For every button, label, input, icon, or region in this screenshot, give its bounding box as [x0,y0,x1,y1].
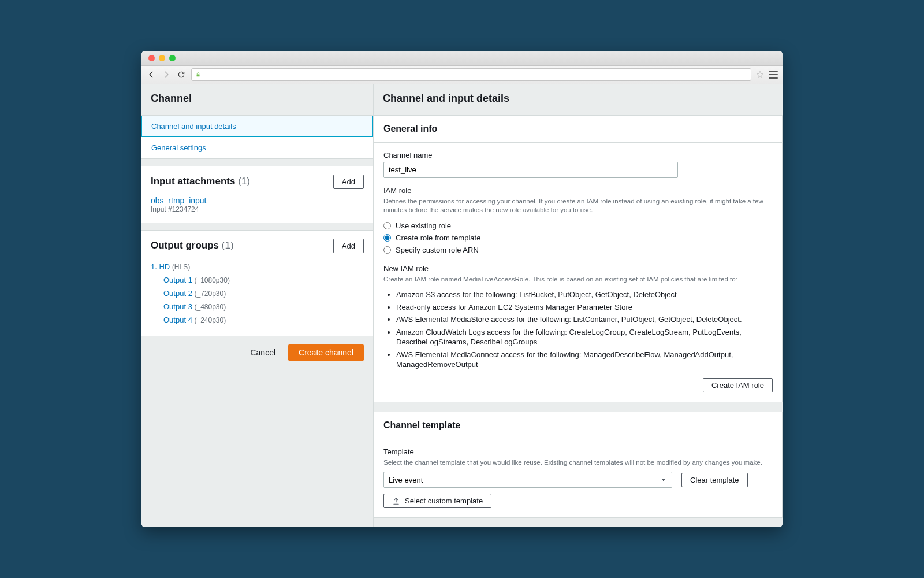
app-content: Channel Channel and input details Genera… [141,84,783,528]
nav-item-details[interactable]: Channel and input details [141,116,373,137]
hamburger-menu-icon[interactable] [769,71,778,79]
output-row[interactable]: Output 4 (_240p30) [151,313,364,327]
policy-item: Read-only access for Amazon EC2 Systems … [396,301,773,314]
window-zoom-icon[interactable] [169,55,176,61]
create-iam-role-button[interactable]: Create IAM role [703,378,773,392]
new-iam-role-help: Create an IAM role named MediaLiveAccess… [383,275,773,284]
general-info-panel: General info Channel name IAM role Defin… [374,115,783,402]
window-titlebar [141,51,783,66]
main-heading: Channel and input details [374,84,783,115]
radio-specify-arn[interactable]: Specify custom role ARN [383,244,773,256]
radio-use-existing[interactable]: Use existing role [383,220,773,232]
browser-toolbar [141,66,783,84]
channel-name-label: Channel name [383,151,773,160]
policy-item: AWS Elemental MediaConnect access for th… [396,349,773,371]
svg-rect-0 [197,75,200,77]
reload-button[interactable] [176,69,187,80]
forward-button[interactable] [161,69,172,80]
general-info-title: General info [374,116,782,143]
browser-window: Channel Channel and input details Genera… [141,51,783,528]
address-bar[interactable] [191,68,751,81]
add-output-group-button[interactable]: Add [333,239,364,253]
input-attachments-title: Input attachments (1) [151,176,250,187]
output-group-1[interactable]: 1. HD (HLS) [151,260,364,273]
window-close-icon[interactable] [148,55,155,61]
template-select[interactable]: Live event [383,472,672,488]
policy-item: Amazon S3 access for the following: List… [396,288,773,301]
iam-role-help: Defines the permissions for accessing yo… [383,197,773,215]
sidebar-actions: Cancel Create channel [141,336,373,372]
arrow-right-icon [162,71,170,79]
select-custom-template-button[interactable]: Select custom template [383,494,491,508]
add-input-button[interactable]: Add [333,175,364,189]
star-icon[interactable] [756,71,764,79]
output-row[interactable]: Output 3 (_480p30) [151,300,364,313]
nav-item-settings[interactable]: General settings [141,137,373,158]
channel-template-panel: Channel template Template Select the cha… [374,412,783,518]
input-item-link[interactable]: obs_rtmp_input [151,196,364,205]
new-iam-role-label: New IAM role [383,264,773,273]
back-button[interactable] [146,69,157,80]
window-minimize-icon[interactable] [159,55,165,61]
template-label: Template [383,447,773,456]
channel-name-input[interactable] [383,162,678,178]
channel-template-title: Channel template [374,412,782,439]
iam-role-label: IAM role [383,186,773,195]
policy-item: Amazon CloudWatch Logs access for the fo… [396,326,773,349]
policy-item: AWS Elemental MediaStore access for the … [396,313,773,326]
sidebar: Channel Channel and input details Genera… [141,84,374,528]
output-groups-title: Output groups (1) [151,240,234,251]
sidebar-nav: Channel and input details General settin… [141,115,373,159]
arrow-left-icon [147,71,155,79]
lock-icon [195,71,201,78]
template-help: Select the channel template that you wou… [383,458,773,468]
sidebar-title: Channel [141,84,373,115]
input-attachments-block: Input attachments (1) Add obs_rtmp_input… [141,166,373,223]
output-row[interactable]: Output 2 (_720p30) [151,287,364,300]
input-item-id: Input #1234724 [151,205,364,213]
main-pane: Channel and input details General info C… [374,84,783,528]
radio-create-from-template[interactable]: Create role from template [383,232,773,244]
clear-template-button[interactable]: Clear template [681,473,748,487]
cancel-button[interactable]: Cancel [243,344,282,361]
output-groups-block: Output groups (1) Add 1. HD (HLS) Output… [141,230,373,336]
policy-list: Amazon S3 access for the following: List… [383,288,773,371]
upload-icon [392,497,400,505]
create-channel-button[interactable]: Create channel [288,344,364,361]
output-row[interactable]: Output 1 (_1080p30) [151,273,364,287]
reload-icon [177,71,185,79]
